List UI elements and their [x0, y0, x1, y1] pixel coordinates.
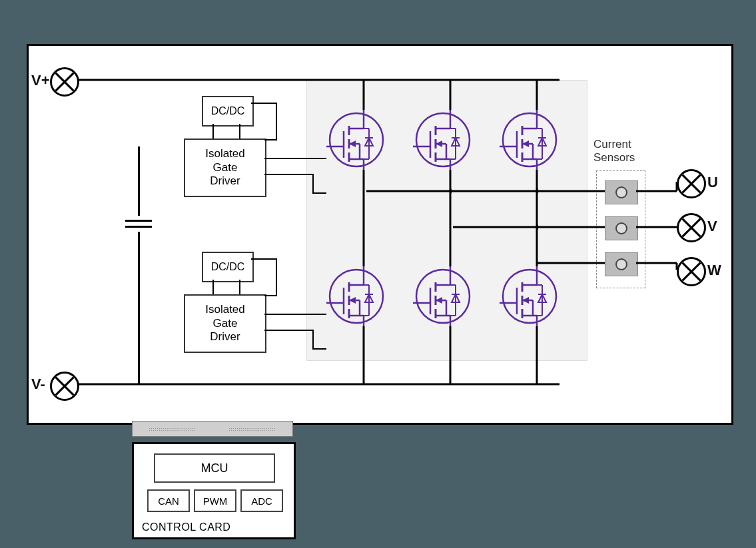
label-u: U: [707, 174, 718, 191]
mcu-block: MCU: [154, 453, 275, 483]
mosfet-q6: [500, 266, 560, 326]
current-sensors-label: Current Sensors: [593, 138, 635, 164]
edge-connector: ::::::::::::::::::::::::::::::::::::::::…: [132, 421, 293, 437]
label-v-plus: V+: [31, 72, 50, 89]
current-sensors-group: [596, 170, 645, 288]
periph-adc: ADC: [240, 489, 283, 512]
terminal-v: [677, 213, 706, 242]
terminal-v-minus: [50, 372, 79, 401]
terminal-w: [677, 257, 706, 286]
dcdc-high-label: DC/DC: [211, 105, 245, 117]
gate-driver-low: Isolated Gate Driver: [184, 294, 266, 353]
mosfet-q3: [413, 110, 473, 170]
mosfet-q4: [413, 266, 473, 326]
dcdc-low-label: DC/DC: [211, 261, 245, 273]
mcu-label: MCU: [201, 461, 228, 475]
dc-link-capacitor: [125, 146, 152, 385]
terminal-v-plus: [50, 67, 79, 97]
current-sensor-u: [605, 180, 638, 204]
control-card: MCU CAN PWM ADC CONTROL CARD: [132, 442, 296, 539]
periph-can: CAN: [147, 489, 190, 512]
control-card-title: CONTROL CARD: [142, 521, 230, 533]
mosfet-q2: [326, 266, 386, 326]
gate-driver-high: Isolated Gate Driver: [184, 138, 266, 197]
current-sensor-w: [605, 252, 638, 276]
label-v-minus: V-: [31, 376, 45, 393]
label-v: V: [707, 218, 717, 235]
dcdc-high: DC/DC: [202, 96, 254, 127]
label-w: W: [707, 262, 721, 279]
gate-driver-low-label: Isolated Gate Driver: [205, 303, 245, 344]
periph-pwm: PWM: [194, 489, 236, 512]
mosfet-q5: [500, 110, 560, 170]
current-sensor-v: [605, 216, 638, 240]
dcdc-low: DC/DC: [202, 252, 254, 282]
mosfet-q1: [326, 110, 386, 170]
terminal-u: [677, 169, 706, 198]
gate-driver-high-label: Isolated Gate Driver: [205, 147, 245, 188]
